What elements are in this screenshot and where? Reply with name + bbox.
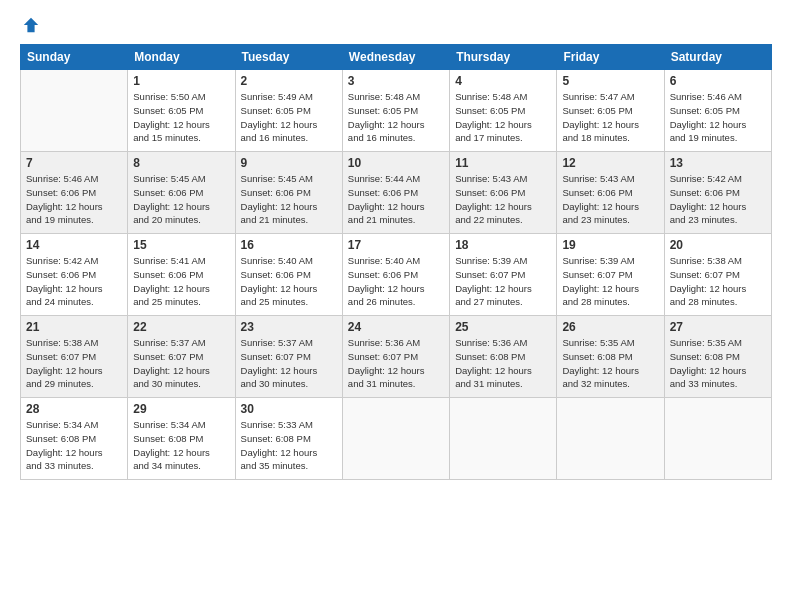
day-number: 10 — [348, 156, 444, 170]
day-number: 3 — [348, 74, 444, 88]
calendar-cell: 3Sunrise: 5:48 AM Sunset: 6:05 PM Daylig… — [342, 70, 449, 152]
day-info: Sunrise: 5:43 AM Sunset: 6:06 PM Dayligh… — [455, 172, 551, 227]
calendar-cell: 22Sunrise: 5:37 AM Sunset: 6:07 PM Dayli… — [128, 316, 235, 398]
calendar-week-row: 21Sunrise: 5:38 AM Sunset: 6:07 PM Dayli… — [21, 316, 772, 398]
calendar-cell: 8Sunrise: 5:45 AM Sunset: 6:06 PM Daylig… — [128, 152, 235, 234]
calendar-cell: 29Sunrise: 5:34 AM Sunset: 6:08 PM Dayli… — [128, 398, 235, 480]
calendar-cell — [450, 398, 557, 480]
day-info: Sunrise: 5:47 AM Sunset: 6:05 PM Dayligh… — [562, 90, 658, 145]
day-number: 2 — [241, 74, 337, 88]
day-number: 29 — [133, 402, 229, 416]
day-number: 22 — [133, 320, 229, 334]
day-info: Sunrise: 5:35 AM Sunset: 6:08 PM Dayligh… — [670, 336, 766, 391]
calendar-cell: 2Sunrise: 5:49 AM Sunset: 6:05 PM Daylig… — [235, 70, 342, 152]
day-number: 24 — [348, 320, 444, 334]
day-number: 17 — [348, 238, 444, 252]
day-info: Sunrise: 5:50 AM Sunset: 6:05 PM Dayligh… — [133, 90, 229, 145]
calendar-week-row: 1Sunrise: 5:50 AM Sunset: 6:05 PM Daylig… — [21, 70, 772, 152]
day-number: 15 — [133, 238, 229, 252]
day-number: 9 — [241, 156, 337, 170]
day-number: 13 — [670, 156, 766, 170]
day-number: 7 — [26, 156, 122, 170]
day-number: 19 — [562, 238, 658, 252]
day-number: 8 — [133, 156, 229, 170]
calendar-cell: 15Sunrise: 5:41 AM Sunset: 6:06 PM Dayli… — [128, 234, 235, 316]
weekday-header-tuesday: Tuesday — [235, 45, 342, 70]
day-info: Sunrise: 5:46 AM Sunset: 6:05 PM Dayligh… — [670, 90, 766, 145]
calendar-cell: 16Sunrise: 5:40 AM Sunset: 6:06 PM Dayli… — [235, 234, 342, 316]
day-number: 14 — [26, 238, 122, 252]
day-info: Sunrise: 5:34 AM Sunset: 6:08 PM Dayligh… — [26, 418, 122, 473]
day-info: Sunrise: 5:45 AM Sunset: 6:06 PM Dayligh… — [133, 172, 229, 227]
day-number: 12 — [562, 156, 658, 170]
calendar-cell — [21, 70, 128, 152]
day-info: Sunrise: 5:39 AM Sunset: 6:07 PM Dayligh… — [562, 254, 658, 309]
day-info: Sunrise: 5:36 AM Sunset: 6:07 PM Dayligh… — [348, 336, 444, 391]
weekday-header-friday: Friday — [557, 45, 664, 70]
calendar-cell: 27Sunrise: 5:35 AM Sunset: 6:08 PM Dayli… — [664, 316, 771, 398]
calendar-cell: 17Sunrise: 5:40 AM Sunset: 6:06 PM Dayli… — [342, 234, 449, 316]
calendar-cell: 11Sunrise: 5:43 AM Sunset: 6:06 PM Dayli… — [450, 152, 557, 234]
logo-icon — [22, 16, 40, 34]
day-info: Sunrise: 5:40 AM Sunset: 6:06 PM Dayligh… — [241, 254, 337, 309]
day-info: Sunrise: 5:40 AM Sunset: 6:06 PM Dayligh… — [348, 254, 444, 309]
calendar-cell: 1Sunrise: 5:50 AM Sunset: 6:05 PM Daylig… — [128, 70, 235, 152]
day-number: 1 — [133, 74, 229, 88]
calendar-cell: 12Sunrise: 5:43 AM Sunset: 6:06 PM Dayli… — [557, 152, 664, 234]
day-number: 26 — [562, 320, 658, 334]
day-number: 18 — [455, 238, 551, 252]
day-number: 25 — [455, 320, 551, 334]
calendar-week-row: 14Sunrise: 5:42 AM Sunset: 6:06 PM Dayli… — [21, 234, 772, 316]
day-info: Sunrise: 5:39 AM Sunset: 6:07 PM Dayligh… — [455, 254, 551, 309]
weekday-header-monday: Monday — [128, 45, 235, 70]
calendar-table: SundayMondayTuesdayWednesdayThursdayFrid… — [20, 44, 772, 480]
calendar-cell — [664, 398, 771, 480]
day-number: 16 — [241, 238, 337, 252]
weekday-header-sunday: Sunday — [21, 45, 128, 70]
page: SundayMondayTuesdayWednesdayThursdayFrid… — [0, 0, 792, 612]
day-number: 28 — [26, 402, 122, 416]
weekday-header-thursday: Thursday — [450, 45, 557, 70]
calendar-cell: 21Sunrise: 5:38 AM Sunset: 6:07 PM Dayli… — [21, 316, 128, 398]
calendar-cell: 4Sunrise: 5:48 AM Sunset: 6:05 PM Daylig… — [450, 70, 557, 152]
day-number: 20 — [670, 238, 766, 252]
day-number: 11 — [455, 156, 551, 170]
day-info: Sunrise: 5:41 AM Sunset: 6:06 PM Dayligh… — [133, 254, 229, 309]
day-number: 30 — [241, 402, 337, 416]
calendar-cell: 7Sunrise: 5:46 AM Sunset: 6:06 PM Daylig… — [21, 152, 128, 234]
calendar-week-row: 28Sunrise: 5:34 AM Sunset: 6:08 PM Dayli… — [21, 398, 772, 480]
calendar-cell: 9Sunrise: 5:45 AM Sunset: 6:06 PM Daylig… — [235, 152, 342, 234]
calendar-cell: 19Sunrise: 5:39 AM Sunset: 6:07 PM Dayli… — [557, 234, 664, 316]
day-info: Sunrise: 5:35 AM Sunset: 6:08 PM Dayligh… — [562, 336, 658, 391]
calendar-week-row: 7Sunrise: 5:46 AM Sunset: 6:06 PM Daylig… — [21, 152, 772, 234]
calendar-cell: 24Sunrise: 5:36 AM Sunset: 6:07 PM Dayli… — [342, 316, 449, 398]
day-info: Sunrise: 5:48 AM Sunset: 6:05 PM Dayligh… — [348, 90, 444, 145]
calendar-cell: 30Sunrise: 5:33 AM Sunset: 6:08 PM Dayli… — [235, 398, 342, 480]
day-number: 21 — [26, 320, 122, 334]
day-number: 27 — [670, 320, 766, 334]
calendar-cell: 13Sunrise: 5:42 AM Sunset: 6:06 PM Dayli… — [664, 152, 771, 234]
calendar-cell: 14Sunrise: 5:42 AM Sunset: 6:06 PM Dayli… — [21, 234, 128, 316]
day-info: Sunrise: 5:45 AM Sunset: 6:06 PM Dayligh… — [241, 172, 337, 227]
svg-marker-0 — [24, 18, 38, 32]
calendar-cell — [342, 398, 449, 480]
calendar-cell: 20Sunrise: 5:38 AM Sunset: 6:07 PM Dayli… — [664, 234, 771, 316]
day-info: Sunrise: 5:33 AM Sunset: 6:08 PM Dayligh… — [241, 418, 337, 473]
calendar-cell: 10Sunrise: 5:44 AM Sunset: 6:06 PM Dayli… — [342, 152, 449, 234]
calendar-cell: 26Sunrise: 5:35 AM Sunset: 6:08 PM Dayli… — [557, 316, 664, 398]
logo — [20, 16, 40, 34]
header — [20, 16, 772, 34]
day-info: Sunrise: 5:43 AM Sunset: 6:06 PM Dayligh… — [562, 172, 658, 227]
day-info: Sunrise: 5:42 AM Sunset: 6:06 PM Dayligh… — [670, 172, 766, 227]
calendar-cell: 28Sunrise: 5:34 AM Sunset: 6:08 PM Dayli… — [21, 398, 128, 480]
calendar-cell — [557, 398, 664, 480]
day-info: Sunrise: 5:37 AM Sunset: 6:07 PM Dayligh… — [241, 336, 337, 391]
day-info: Sunrise: 5:48 AM Sunset: 6:05 PM Dayligh… — [455, 90, 551, 145]
day-info: Sunrise: 5:37 AM Sunset: 6:07 PM Dayligh… — [133, 336, 229, 391]
day-number: 23 — [241, 320, 337, 334]
calendar-cell: 18Sunrise: 5:39 AM Sunset: 6:07 PM Dayli… — [450, 234, 557, 316]
day-number: 5 — [562, 74, 658, 88]
calendar-cell: 23Sunrise: 5:37 AM Sunset: 6:07 PM Dayli… — [235, 316, 342, 398]
day-info: Sunrise: 5:38 AM Sunset: 6:07 PM Dayligh… — [26, 336, 122, 391]
day-info: Sunrise: 5:34 AM Sunset: 6:08 PM Dayligh… — [133, 418, 229, 473]
